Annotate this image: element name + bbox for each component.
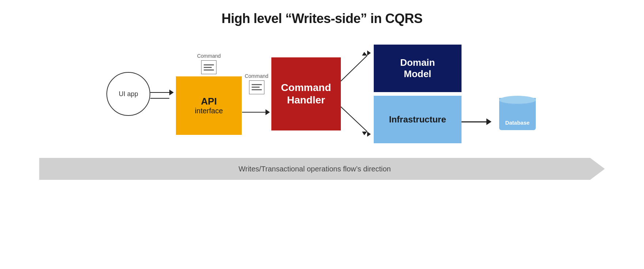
page-title: High level “Writes-side” in CQRS bbox=[222, 11, 422, 26]
svg-line-3 bbox=[341, 107, 367, 132]
diagonal-arrows-svg bbox=[341, 45, 374, 143]
database-node: Database bbox=[497, 92, 538, 132]
command-group-2: Command bbox=[245, 73, 268, 94]
svg-marker-2 bbox=[367, 50, 371, 56]
diagram-area: UI app Command bbox=[15, 45, 629, 262]
flow-row: UI app Command bbox=[15, 45, 629, 143]
arrow-api-to-handler bbox=[242, 109, 271, 115]
infra-label: Infrastructure bbox=[389, 114, 446, 125]
svg-marker-4 bbox=[362, 132, 367, 135]
flow-arrow-bg: Writes/Transactional operations flow’s d… bbox=[39, 158, 605, 180]
svg-marker-1 bbox=[362, 52, 367, 56]
arrow-ui-to-api bbox=[150, 90, 176, 99]
database-label: Database bbox=[497, 120, 538, 126]
ui-app-node: UI app bbox=[106, 72, 150, 116]
command-icon-2 bbox=[249, 80, 264, 94]
domain-label: Domain Model bbox=[400, 57, 435, 80]
diagonal-arrows bbox=[341, 45, 374, 143]
api-box-line1: API bbox=[201, 96, 217, 107]
handler-label: Command Handler bbox=[281, 82, 331, 106]
command-label-2: Command bbox=[245, 73, 268, 79]
api-interface-box: API interface bbox=[176, 76, 242, 135]
command-handler-box: Command Handler bbox=[271, 57, 341, 130]
right-column: Domain Model Infrastructure bbox=[374, 45, 462, 143]
infrastructure-box: Infrastructure bbox=[374, 96, 462, 143]
ui-app-label: UI app bbox=[119, 90, 138, 98]
domain-model-box: Domain Model bbox=[374, 45, 462, 92]
svg-marker-5 bbox=[367, 132, 371, 137]
command-label-1: Command bbox=[197, 53, 221, 59]
svg-line-0 bbox=[341, 56, 367, 81]
command-group-1: Command bbox=[197, 53, 221, 74]
command-icon-1 bbox=[201, 60, 216, 74]
api-box-line2: interface bbox=[195, 107, 223, 115]
flow-direction-arrow: Writes/Transactional operations flow’s d… bbox=[39, 158, 605, 180]
arrow-infra-to-db bbox=[462, 118, 494, 125]
flow-arrow-text: Writes/Transactional operations flow’s d… bbox=[238, 165, 391, 173]
